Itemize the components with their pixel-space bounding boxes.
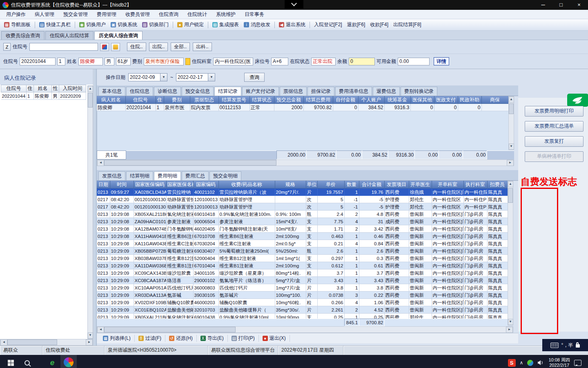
detail-tab[interactable]: 预交金信息 (182, 87, 214, 96)
fee-vertical-scrollbar[interactable]: ▲ ▼ (508, 181, 513, 325)
taskbar-browser-button[interactable]: e (44, 355, 60, 368)
column-header[interactable]: 结算状态 (249, 96, 274, 104)
status-filter-button[interactable]: 住院.. (127, 43, 146, 51)
left-panel-vertical-scrollbar[interactable]: ▲ ▼ (87, 85, 93, 339)
table-row[interactable]: 021310:29:09XC09CAX143B0缬沙坦胶囊34001105缬沙坦… (97, 269, 508, 277)
column-header[interactable]: 国家医保名称 (166, 181, 193, 188)
table-row[interactable]: 021310:29:08XA11HAW041B0维生素B6注射液67010708… (97, 233, 508, 240)
workspace-tab[interactable]: 收费员综合查询 (1, 31, 45, 40)
column-header[interactable]: 发票项目 (384, 181, 409, 188)
scroll-right-icon[interactable]: ► (86, 339, 93, 346)
column-header[interactable]: 商保 (481, 96, 508, 104)
detail-tab[interactable]: 诊断信息 (154, 87, 181, 96)
toolbar-button[interactable]: i消息收发 (241, 21, 273, 28)
table-row[interactable]: 845.19700.82 (97, 319, 508, 326)
toolbar-button[interactable]: ◉切换用户 (77, 21, 108, 28)
column-header[interactable]: 数量 (344, 181, 359, 188)
table-row[interactable]: 021309:59:27XA02BCLD43A0雷贝拉唑钠40021102雷贝拉… (97, 188, 508, 196)
scroll-down-icon[interactable]: ▼ (88, 332, 93, 339)
taskbar-clock[interactable]: 10:08 周四 2022/2/17 (548, 357, 570, 368)
toolbar-button[interactable]: ▧集成报表 (210, 21, 241, 28)
detail-tab[interactable]: 费用清单信息 (335, 87, 372, 96)
table-row[interactable]: 021310:29:08XB05XAL211B0氯化钠注射液690104180.… (97, 211, 508, 218)
detail-tab[interactable]: 账户支付记录 (242, 87, 279, 96)
ime-bar[interactable]: °，半 (542, 339, 588, 351)
column-header[interactable]: 姓名 (34, 85, 52, 92)
column-header[interactable]: 扣费员 (487, 181, 508, 188)
notification-center-icon[interactable] (574, 360, 581, 366)
menu-item[interactable]: 系统维护 (212, 10, 240, 19)
grid-toolbar-button[interactable]: 8过滤(F) (135, 335, 165, 342)
column-header[interactable]: 个人账户 (358, 96, 384, 104)
column-header[interactable]: 时间 (110, 181, 134, 188)
column-header[interactable]: 住院号 (1, 85, 27, 92)
column-header[interactable]: 单价 (317, 181, 344, 188)
column-header[interactable]: 开单科室 (432, 181, 463, 188)
column-header[interactable]: 住 (156, 96, 164, 104)
toolbar-button[interactable]: 退款[F6] (345, 21, 368, 28)
grid-toolbar-button[interactable]: ▤打印(P) (228, 335, 259, 342)
invoice-print-button[interactable]: 发票费用明细打印 (525, 106, 584, 117)
table-row[interactable]: 021310:29:09XB05BBP072B0葡萄糖注射液690304075%… (97, 247, 508, 255)
table-row[interactable]: 021310:29:09XR03DAA113A0氨茶碱39030105氨茶碱片1… (97, 292, 508, 299)
detail-tab[interactable]: 住院信息 (126, 87, 153, 96)
date-to-select[interactable]: 2022-02-17 ▼ (176, 73, 215, 81)
column-header[interactable]: 费别 (164, 96, 190, 104)
scrollbar-thumb[interactable] (508, 188, 513, 203)
menu-item[interactable]: 预交金管理 (59, 10, 92, 19)
detail-tab[interactable]: 票据信息 (280, 87, 307, 96)
column-header[interactable]: 规格 (275, 181, 306, 188)
column-header[interactable]: 合计金额 (359, 181, 384, 188)
column-header[interactable]: 统筹基金 (384, 96, 410, 104)
table-row[interactable]: 021310:29:08XA11GAW043B0维生素C注射液67030204维… (97, 240, 508, 247)
card-icon-button[interactable] (100, 43, 109, 51)
table-row[interactable]: 021310:29:08ZA09HAC01010参麦注射液90006504参麦注… (97, 218, 508, 225)
fee-horizontal-scrollbar[interactable]: ◄ ► (97, 326, 513, 333)
tray-expand-icon[interactable]: ∧ (520, 360, 523, 366)
menu-item[interactable]: 日常事务 (240, 10, 269, 19)
table-row[interactable]: 2022010441陈俊卿男20220209 (1, 92, 86, 100)
table-row[interactable]: 021708:42:20001201000130动静脉置管护理120100013… (97, 203, 508, 211)
start-button[interactable] (2, 355, 19, 368)
scroll-up-icon[interactable]: ▲ (509, 96, 514, 103)
menu-item[interactable]: 费用管理 (92, 10, 121, 19)
date-from-select[interactable]: 2022-02-09 ▼ (128, 73, 167, 81)
menu-item[interactable]: 住院统计 (183, 10, 212, 19)
table-row[interactable]: 021310:29:08XA12BAM074B0门冬氨酸钾镁注46020405门… (97, 225, 508, 233)
table-row[interactable]: 陈俊卿2022010441泉州市医院内发票00112153正常20009700.… (97, 104, 508, 111)
column-header[interactable]: 住院号 (125, 96, 156, 104)
invoice-print-button[interactable]: 发票费用汇总清单 (525, 121, 584, 132)
table-row[interactable]: 021310:29:09XV02DXF109B0辅酶Q10胶囊46000203辅… (97, 299, 508, 306)
table-row[interactable]: 021310:29:09XB05XAL211B0氯化钠注射液690104380.… (97, 314, 508, 319)
scrollbar-thumb[interactable] (104, 160, 276, 166)
scroll-right-icon[interactable]: ► (506, 327, 513, 333)
volume-icon[interactable] (537, 360, 544, 366)
menu-item[interactable]: 住院查询 (154, 10, 183, 19)
grid-toolbar-button[interactable]: ↺还原(H) (165, 335, 197, 342)
scroll-down-icon[interactable]: ▼ (509, 144, 514, 150)
settlement-vertical-scrollbar[interactable]: ▲ ▼ (508, 96, 514, 150)
maximize-button[interactable]: □ (552, 0, 570, 10)
close-button[interactable]: × (570, 0, 588, 10)
titlebar-preview-chevron[interactable] (285, 0, 303, 9)
column-header[interactable]: 预交总金额 (274, 96, 303, 104)
toolbar-button[interactable]: ▦导航面板 (2, 21, 33, 28)
invoice-print-button[interactable]: 单病种清单打印 (525, 151, 584, 162)
tray-app-icon[interactable] (527, 360, 533, 366)
table-row[interactable]: 021310:29:09XC01EBQ102A0盐酸曲美他嗪32010703盐酸… (97, 306, 508, 314)
toolbar-button[interactable]: 收款[F4] (368, 21, 391, 28)
query-button[interactable]: 查询 (244, 73, 265, 82)
grid-toolbar-button[interactable]: ●退出(X) (259, 335, 290, 342)
table-row[interactable]: 021310:29:09XB03BAW037B0维生素B12注射52000404… (97, 255, 508, 262)
column-header[interactable]: 票据型态 (190, 96, 218, 104)
fee-tab[interactable]: 费用明细 (154, 171, 181, 180)
column-header[interactable]: 结算发票号 (218, 96, 249, 104)
toolbar-button[interactable]: ▤快捷工具栏 (37, 21, 73, 28)
z-button[interactable]: Z (3, 43, 11, 51)
table-row[interactable]: 021310:29:09XC08CAA187A0络活喜29000102氨氯地平片… (97, 277, 508, 284)
detail-button[interactable]: 详情 (434, 57, 449, 65)
toolbar-button[interactable]: 入院登记[F2] (312, 21, 345, 28)
menu-item[interactable]: 病人管理 (30, 10, 59, 19)
invoice-print-button[interactable]: 发票复打 (525, 136, 584, 147)
grid-toolbar-button[interactable]: X导出(E) (197, 335, 228, 342)
